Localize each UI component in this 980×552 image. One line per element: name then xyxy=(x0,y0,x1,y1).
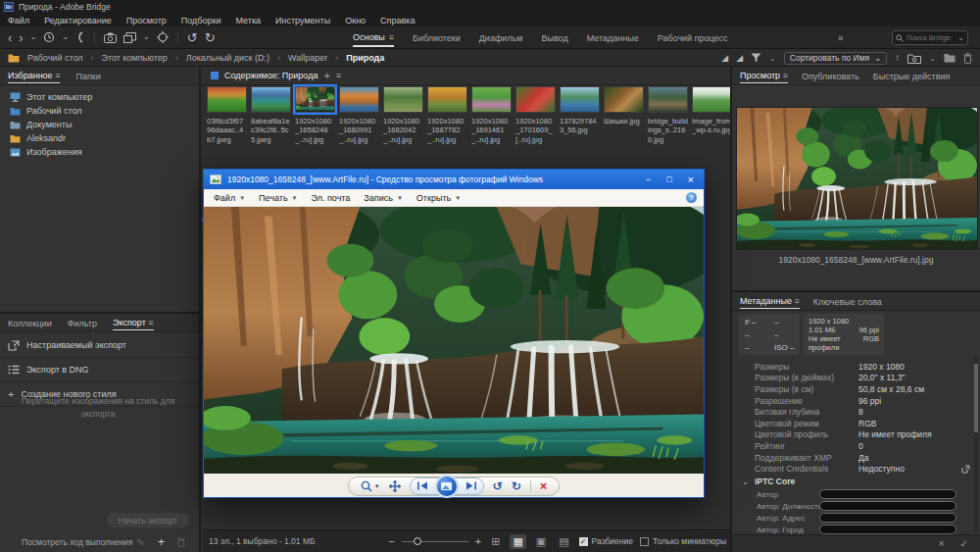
custom-export-item[interactable]: Настраиваемый экспорт xyxy=(0,333,199,358)
tab-folders[interactable]: Папки xyxy=(75,69,100,83)
panel-menu-icon[interactable]: ≡ xyxy=(783,71,788,80)
file-item[interactable]: 1920x1080_1680991_..ru].jpg xyxy=(339,86,379,144)
import-dropdown-icon[interactable]: ⌄ xyxy=(929,54,936,63)
search-input[interactable] xyxy=(906,33,955,42)
crumb-this-pc[interactable]: Этот компьютер xyxy=(102,53,168,63)
delete-preset-icon[interactable] xyxy=(177,537,185,547)
tab-favorites[interactable]: Избранное ≡ xyxy=(8,68,60,83)
view-details-button[interactable]: ▣ xyxy=(533,534,549,549)
add-content-icon[interactable]: + xyxy=(323,70,329,81)
menu-tools[interactable]: Инструменты xyxy=(275,16,330,25)
viewer-zoom-button[interactable]: ▼ xyxy=(361,480,380,492)
search-dropdown-icon[interactable]: ⌄ xyxy=(957,33,964,42)
panel-menu-icon[interactable]: ≡ xyxy=(795,296,800,306)
tab-preview[interactable]: Просмотр ≡ xyxy=(740,68,788,83)
file-item-selected[interactable]: 1920x1080_1658248_..ru].jpg xyxy=(295,86,335,144)
metadata-scrollbar[interactable] xyxy=(974,356,978,532)
crumb-wallpaper[interactable]: Wallpaper xyxy=(288,53,327,63)
view-thumbnails-button[interactable]: ▦ xyxy=(510,534,525,549)
file-item[interactable]: 1920x1080_1701609_[..ru].jpg xyxy=(515,86,556,144)
menu-stacks[interactable]: Подборки xyxy=(181,16,221,25)
add-preset-icon[interactable]: + xyxy=(158,535,165,549)
viewer-minimize-button[interactable]: − xyxy=(646,176,651,184)
tab-metadata-panel[interactable]: Метаданные ≡ xyxy=(740,293,800,309)
rotate-cw-button[interactable]: ↻ xyxy=(205,31,216,44)
viewer-menu-open[interactable]: Открыть▼ xyxy=(416,193,461,203)
iptc-author-address-field[interactable] xyxy=(819,513,956,523)
menu-edit[interactable]: Редактирование xyxy=(44,16,112,25)
stack-icon[interactable] xyxy=(123,32,136,43)
iptc-author-city-field[interactable] xyxy=(819,525,956,534)
tab-output[interactable]: Вывод xyxy=(541,29,567,46)
import-photos-icon[interactable] xyxy=(907,53,921,64)
breakout-checkbox[interactable]: ✓ xyxy=(579,537,588,546)
filter-funnel-icon[interactable] xyxy=(751,53,761,63)
rotate-ccw-button[interactable]: ↺ xyxy=(187,31,198,44)
rating-filter2-icon[interactable]: ◢ xyxy=(736,53,743,63)
viewer-help-button[interactable]: ? xyxy=(686,192,697,203)
crumb-local-disk[interactable]: Локальный диск (D:) xyxy=(186,53,270,63)
start-export-button[interactable]: Начать экспорт xyxy=(107,513,190,527)
tab-export[interactable]: Экспорт ≡ xyxy=(113,315,154,330)
new-folder-icon[interactable] xyxy=(944,53,956,63)
breakout-toggle[interactable]: ✓ Разбиение xyxy=(579,536,633,546)
cancel-metadata-button[interactable]: × xyxy=(939,538,945,549)
iptc-section-header[interactable]: ⌄ IPTC Core xyxy=(742,477,795,486)
file-item[interactable]: 1378297843_56.jpg xyxy=(560,86,600,144)
delete-photo-button[interactable]: × xyxy=(540,479,548,492)
nav-dropdown-icon[interactable]: ⌄ xyxy=(30,33,37,41)
thumbnails-only-checkbox[interactable] xyxy=(640,537,649,546)
edit-preset-icon[interactable]: ✎ xyxy=(137,537,145,548)
viewer-menu-print[interactable]: Печать▼ xyxy=(259,193,297,203)
crumb-priroda[interactable]: Природа xyxy=(346,53,384,63)
export-dng-item[interactable]: Экспорт в DNG xyxy=(0,358,199,382)
recent-dropdown-icon[interactable]: ⌄ xyxy=(62,33,69,41)
thumbnails-only-toggle[interactable]: Только миниатюры xyxy=(640,536,726,546)
slideshow-button[interactable] xyxy=(435,475,459,498)
iptc-author-title-field[interactable] xyxy=(819,501,956,511)
menu-file[interactable]: Файл xyxy=(8,16,29,25)
tabs-overflow-icon[interactable]: » xyxy=(838,32,844,43)
recent-files-icon[interactable] xyxy=(43,31,55,43)
file-item[interactable]: 03f8cd3f6796daaac..4b7.jpeg xyxy=(207,86,247,144)
tab-essentials[interactable]: Основы≡ xyxy=(353,28,394,47)
view-grid-lock-button[interactable]: ⊞ xyxy=(488,534,503,549)
favorite-documents[interactable]: Документы xyxy=(10,118,199,131)
favorite-desktop[interactable]: Рабочий стол xyxy=(10,104,199,118)
panel-menu-icon[interactable]: ≡ xyxy=(148,318,153,327)
viewer-titlebar[interactable]: 1920x1080_1658248_[www.ArtFile.ru] - Сре… xyxy=(204,170,704,189)
view-progress-link[interactable]: Посмотреть ход выполнения xyxy=(22,537,132,547)
import-camera-icon[interactable] xyxy=(104,32,117,43)
tab-libraries[interactable]: Библиотеки xyxy=(413,29,461,46)
external-link-icon[interactable] xyxy=(961,465,970,474)
file-item[interactable]: 8abeaf8a1ec39c2f8..5c5.jpeg xyxy=(251,86,291,144)
thumbnail-size-slider[interactable] xyxy=(402,541,468,542)
favorite-this-pc[interactable]: Этот компьютер xyxy=(10,90,199,104)
zoom-out-icon[interactable]: − xyxy=(388,535,394,547)
menu-window[interactable]: Окно xyxy=(345,16,366,25)
viewer-menu-burn[interactable]: Запись▼ xyxy=(364,193,402,203)
menu-help[interactable]: Справка xyxy=(380,16,415,25)
menu-view[interactable]: Просмотр xyxy=(126,16,167,25)
scrollbar-thumb[interactable] xyxy=(974,364,978,432)
apply-metadata-button[interactable]: ✓ xyxy=(960,538,968,549)
tab-workflow[interactable]: Рабочий процесс xyxy=(658,29,728,46)
file-item[interactable]: bridge_buildings_s..2160.jpg xyxy=(648,86,688,144)
delete-trash-icon[interactable] xyxy=(963,53,972,64)
favorite-aleksandr[interactable]: Aleksandr xyxy=(10,131,199,145)
zoom-in-icon[interactable]: + xyxy=(475,535,481,547)
forward-button[interactable]: › xyxy=(19,31,23,44)
actual-size-icon[interactable] xyxy=(389,480,401,492)
previous-button[interactable] xyxy=(416,481,428,490)
viewer-menu-email[interactable]: Эл. почта xyxy=(312,193,351,203)
back-button[interactable]: ‹ xyxy=(8,31,12,44)
search-box[interactable]: ⌄ xyxy=(892,30,968,45)
tab-publish[interactable]: Опубликовать xyxy=(802,69,859,83)
stack-dropdown-icon[interactable]: ⌄ xyxy=(143,33,150,41)
menu-label[interactable]: Метка xyxy=(235,16,261,25)
viewer-maximize-button[interactable]: □ xyxy=(666,176,671,184)
tab-filter[interactable]: Фильтр xyxy=(68,316,97,330)
next-button[interactable] xyxy=(466,481,477,490)
viewer-close-button[interactable]: × xyxy=(688,175,694,185)
content-menu-icon[interactable]: ≡ xyxy=(336,71,341,80)
